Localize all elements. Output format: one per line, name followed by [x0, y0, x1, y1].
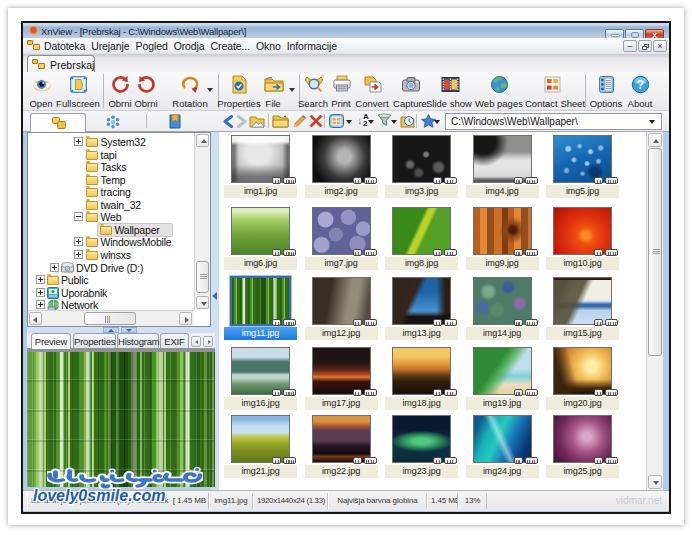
svg-text:?: ?	[636, 78, 643, 92]
